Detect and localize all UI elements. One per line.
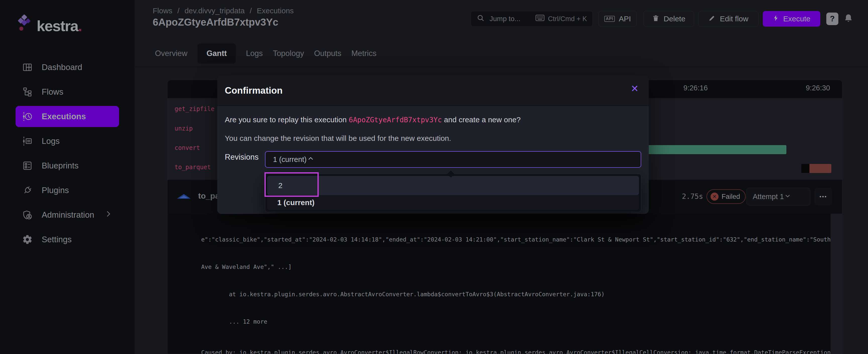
modal-title: Confirmation (225, 85, 283, 96)
revisions-select[interactable]: 1 (current) (265, 151, 641, 168)
modal-header: Confirmation ✕ (217, 75, 649, 106)
revision-note: You can change the revision that will be… (225, 134, 451, 142)
execution-id: 6ApoZGtyeArfdB7xtpv3Yc (349, 116, 442, 124)
revisions-label: Revisions (225, 153, 258, 162)
revision-option-1-current[interactable]: 1 (current) (267, 195, 639, 210)
chevron-up-icon (307, 155, 315, 164)
replay-question-suffix: and create a new one? (442, 116, 521, 124)
revisions-dropdown: 2 1 (current) (265, 174, 641, 212)
replay-question: Are you sure to replay this execution 6A… (225, 116, 521, 124)
close-icon[interactable]: ✕ (631, 84, 639, 93)
revisions-select-value: 1 (current) (273, 155, 307, 164)
replay-question-prefix: Are you sure to replay this execution (225, 116, 349, 124)
revision-option-2[interactable]: 2 (267, 176, 639, 195)
